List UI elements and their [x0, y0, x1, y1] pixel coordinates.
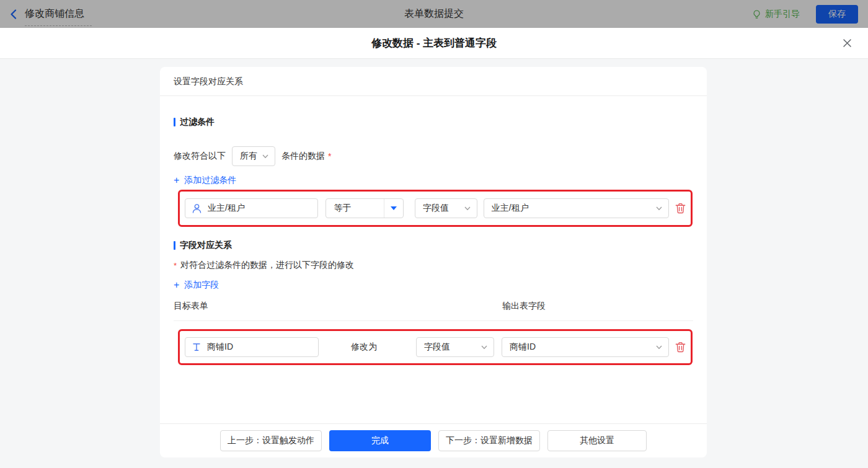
next-step-button[interactable]: 下一步：设置新增数据	[438, 430, 540, 451]
mapping-value: 商铺ID	[510, 342, 536, 353]
plus-icon: +	[174, 280, 179, 290]
mapping-columns-header: 目标表单 输出表字段	[174, 297, 693, 321]
modify-data-drawer: 修改数据 - 主表到普通字段 设置字段对应关系 过滤条件 修改符合以下 所有 条	[0, 28, 868, 468]
chevron-down-icon	[656, 206, 662, 211]
done-button[interactable]: 完成	[329, 430, 431, 451]
section-accent-bar	[174, 241, 175, 250]
required-mark: *	[174, 261, 177, 270]
add-filter-condition-link[interactable]: + 添加过滤条件	[174, 175, 236, 186]
condition-field-input[interactable]: 业主/租户	[185, 198, 318, 218]
mapping-value-type-select[interactable]: 字段值	[416, 337, 494, 357]
delete-mapping-button[interactable]	[675, 342, 686, 353]
modal-overlay	[0, 0, 868, 28]
target-field-value: 商铺ID	[207, 342, 233, 353]
chevron-down-icon	[481, 345, 487, 350]
other-settings-button[interactable]: 其他设置	[547, 430, 647, 451]
add-filter-condition-label: 添加过滤条件	[184, 175, 236, 186]
mapping-value-type: 字段值	[424, 342, 450, 353]
condition-value-type: 字段值	[423, 203, 449, 214]
condition-value-select[interactable]: 业主/租户	[484, 198, 669, 218]
condition-field-value: 业主/租户	[208, 203, 245, 214]
match-prefix-label: 修改符合以下	[174, 151, 226, 162]
field-mapping-row: 商铺ID 修改为 字段值 商铺ID	[178, 329, 693, 365]
add-field-label: 添加字段	[184, 280, 219, 291]
filter-section-title: 过滤条件	[174, 117, 693, 128]
filter-condition-row: 业主/租户 等于 字段值 业主/租户	[178, 190, 693, 227]
filter-section-label: 过滤条件	[180, 117, 215, 128]
panel-content: 过滤条件 修改符合以下 所有 条件的数据 * + 添加过滤条件	[160, 117, 707, 365]
filter-match-row: 修改符合以下 所有 条件的数据 *	[174, 146, 693, 166]
match-count-value: 所有	[240, 151, 257, 162]
target-field-input[interactable]: 商铺ID	[185, 337, 319, 357]
operator-value: 等于	[326, 203, 384, 214]
panel-title: 设置字段对应关系	[160, 67, 707, 96]
required-mark: *	[328, 151, 331, 161]
mapping-description: 对符合过滤条件的数据，进行以下字段的修改	[180, 260, 354, 271]
column-output-field: 输出表字段	[502, 301, 546, 312]
section-accent-bar	[174, 118, 175, 126]
mapping-section-title: 字段对应关系	[174, 240, 693, 251]
mapping-description-row: * 对符合过滤条件的数据，进行以下字段的修改	[174, 260, 693, 271]
column-target-form: 目标表单	[174, 301, 208, 312]
drawer-title: 修改数据 - 主表到普通字段	[371, 36, 497, 50]
modify-action-label: 修改为	[351, 342, 377, 353]
match-count-select[interactable]: 所有	[232, 146, 275, 166]
add-field-link[interactable]: + 添加字段	[174, 280, 219, 291]
text-field-icon	[192, 342, 202, 352]
match-suffix-label: 条件的数据	[281, 151, 325, 162]
prev-step-button[interactable]: 上一步：设置触发动作	[220, 430, 322, 451]
condition-value-type-select[interactable]: 字段值	[415, 198, 477, 218]
delete-condition-button[interactable]	[675, 203, 686, 214]
close-icon[interactable]	[843, 38, 852, 48]
panel-footer: 上一步：设置触发动作 完成 下一步：设置新增数据 其他设置	[160, 423, 707, 457]
person-icon	[192, 203, 202, 214]
chevron-down-icon	[262, 154, 268, 159]
operator-select[interactable]: 等于	[326, 198, 404, 218]
chevron-down-icon	[656, 345, 662, 350]
triangle-down-icon[interactable]	[384, 199, 403, 218]
plus-icon: +	[174, 175, 179, 185]
mapping-value-select[interactable]: 商铺ID	[502, 337, 669, 357]
field-mapping-panel: 设置字段对应关系 过滤条件 修改符合以下 所有 条件的数据 * +	[160, 67, 707, 457]
condition-value: 业主/租户	[492, 203, 529, 214]
chevron-down-icon	[464, 206, 471, 211]
drawer-header: 修改数据 - 主表到普通字段	[0, 28, 868, 59]
mapping-section-label: 字段对应关系	[180, 240, 232, 251]
